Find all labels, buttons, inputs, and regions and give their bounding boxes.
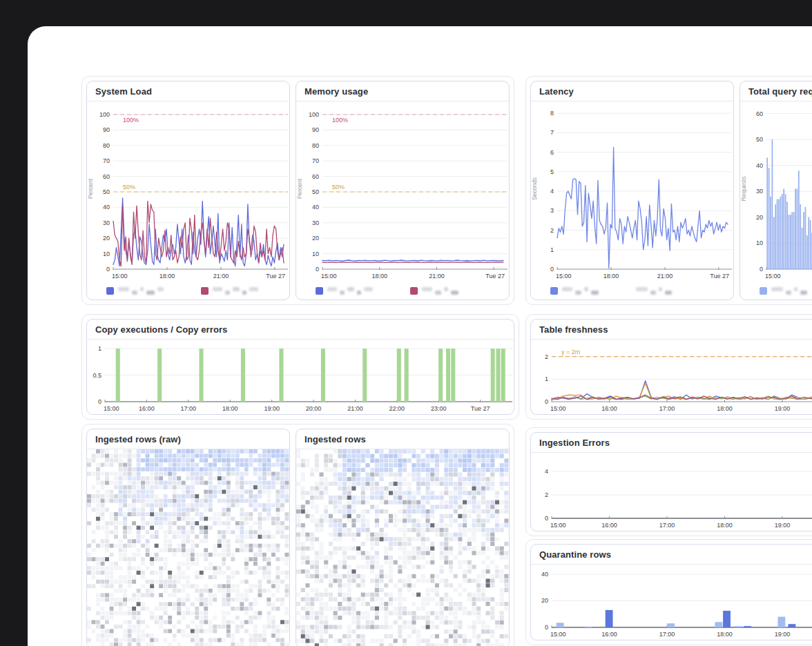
svg-text:21:00: 21:00 xyxy=(213,273,229,280)
panel-system-load: System Load 010203040506070809010015:001… xyxy=(86,81,290,300)
panel-header: Memory usage xyxy=(296,81,509,101)
legend-item[interactable] xyxy=(410,285,458,296)
redacted-text xyxy=(771,286,807,295)
svg-text:40: 40 xyxy=(103,204,110,211)
panel-title: Copy executions / Copy errors xyxy=(95,324,505,335)
svg-text:18:00: 18:00 xyxy=(603,273,619,280)
svg-text:0: 0 xyxy=(550,266,554,273)
svg-text:19:00: 19:00 xyxy=(775,405,791,412)
table-freshness-chart[interactable]: 01215:0016:0017:0018:0019:0020:0021:00y … xyxy=(531,340,812,414)
total-query-requests-chart[interactable]: 010203040506015:0018:0021:00Tue 27Reques… xyxy=(740,101,812,282)
svg-text:3: 3 xyxy=(550,207,554,214)
svg-text:70: 70 xyxy=(103,157,110,164)
svg-text:15:00: 15:00 xyxy=(765,273,781,280)
svg-text:18:00: 18:00 xyxy=(222,405,238,412)
svg-text:15:00: 15:00 xyxy=(550,631,566,638)
svg-text:0: 0 xyxy=(98,398,102,405)
svg-text:100%: 100% xyxy=(332,117,348,124)
svg-text:2: 2 xyxy=(545,491,548,498)
panel-header: Copy executions / Copy errors xyxy=(87,320,514,340)
panel-copy-executions: Copy executions / Copy errors 00.5115:00… xyxy=(86,319,514,415)
svg-text:21:00: 21:00 xyxy=(429,273,445,280)
svg-text:50: 50 xyxy=(312,188,319,195)
svg-text:17:00: 17:00 xyxy=(659,631,675,638)
latency-chart[interactable]: 01234567815:0018:0021:00Tue 27Seconds xyxy=(531,101,733,282)
svg-text:50: 50 xyxy=(103,188,110,195)
legend-item[interactable] xyxy=(316,285,373,296)
panel-title: System Load xyxy=(95,86,281,97)
svg-text:15:00: 15:00 xyxy=(104,405,119,412)
svg-text:0: 0 xyxy=(106,266,110,273)
ingested-rows-raw-heatmap[interactable] xyxy=(87,449,289,646)
svg-text:19:00: 19:00 xyxy=(264,405,280,412)
system-load-chart[interactable]: 010203040506070809010015:0018:0021:00Tue… xyxy=(87,101,289,282)
svg-text:80: 80 xyxy=(312,142,319,149)
dashboard-card: System Load 010203040506070809010015:001… xyxy=(28,26,812,646)
svg-text:18:00: 18:00 xyxy=(717,522,733,529)
svg-text:18:00: 18:00 xyxy=(717,631,733,638)
svg-text:100: 100 xyxy=(309,111,319,118)
group-system: System Load 010203040506070809010015:001… xyxy=(81,76,514,305)
svg-text:15:00: 15:00 xyxy=(556,273,572,280)
legend-item[interactable] xyxy=(636,285,672,296)
svg-text:2: 2 xyxy=(545,353,548,360)
panel-header: Ingested rows (raw) xyxy=(87,429,289,449)
svg-text:10: 10 xyxy=(103,251,110,257)
legend-item[interactable] xyxy=(550,285,599,296)
svg-text:0: 0 xyxy=(760,266,763,273)
svg-text:17:00: 17:00 xyxy=(659,522,675,529)
svg-text:6: 6 xyxy=(550,149,554,156)
svg-text:60: 60 xyxy=(103,173,110,180)
legend-swatch xyxy=(201,287,209,295)
panel-header: Table freshness xyxy=(531,320,812,340)
redacted-text xyxy=(636,286,672,295)
svg-text:15:00: 15:00 xyxy=(321,273,337,280)
legend-swatch xyxy=(316,287,323,295)
panel-header: Latency xyxy=(531,81,733,101)
panel-ingested-rows-raw: Ingested rows (raw) xyxy=(86,429,290,646)
panel-header: System Load xyxy=(87,81,289,101)
svg-text:Requests: Requests xyxy=(740,177,747,202)
svg-text:18:00: 18:00 xyxy=(160,273,175,280)
legend-item[interactable] xyxy=(760,285,807,296)
svg-text:2: 2 xyxy=(550,227,554,234)
panel-latency: Latency 01234567815:0018:0021:00Tue 27Se… xyxy=(530,81,734,300)
panel-header: Ingestion Errors xyxy=(531,433,812,453)
panel-title: Quarantine rows xyxy=(539,549,812,560)
panel-title: Ingested rows (raw) xyxy=(95,434,281,444)
svg-text:16:00: 16:00 xyxy=(139,405,155,412)
svg-text:40: 40 xyxy=(312,204,319,211)
svg-text:10: 10 xyxy=(756,239,763,246)
memory-usage-chart[interactable]: 010203040506070809010015:0018:0021:00Tue… xyxy=(296,101,509,282)
redacted-text xyxy=(118,286,164,295)
group-quarantine: Quarantine rows 0204015:0016:0017:0018:0… xyxy=(525,539,812,645)
ingestion-errors-chart[interactable]: 02415:0016:0017:0018:0019:0020:0021:00 xyxy=(531,453,812,531)
svg-text:1: 1 xyxy=(98,345,102,352)
group-copy: Copy executions / Copy errors 00.5115:00… xyxy=(81,314,519,420)
svg-text:15:00: 15:00 xyxy=(550,405,566,412)
svg-text:90: 90 xyxy=(103,126,110,133)
panel-header: Ingested rows xyxy=(296,429,509,449)
svg-text:23:00: 23:00 xyxy=(431,405,447,412)
copy-executions-chart[interactable]: 00.5115:0016:0017:0018:0019:0020:0021:00… xyxy=(87,340,514,414)
panel-total-query-requests: Total query requests 010203040506015:001… xyxy=(740,81,812,300)
svg-text:30: 30 xyxy=(312,219,319,226)
svg-text:19:00: 19:00 xyxy=(775,631,791,638)
quarantine-rows-chart[interactable]: 0204015:0016:0017:0018:0019:0020:0021:00 xyxy=(531,565,812,640)
redacted-text xyxy=(422,286,458,295)
svg-text:15:00: 15:00 xyxy=(550,522,566,529)
svg-text:16:00: 16:00 xyxy=(601,522,617,529)
svg-text:40: 40 xyxy=(756,162,763,169)
legend-item[interactable] xyxy=(201,285,258,296)
svg-text:20: 20 xyxy=(541,597,548,604)
legend-item[interactable] xyxy=(106,285,164,296)
svg-text:0: 0 xyxy=(316,266,319,273)
legend-swatch xyxy=(760,287,767,295)
svg-text:Tue 27: Tue 27 xyxy=(471,405,490,412)
svg-text:0: 0 xyxy=(545,624,548,631)
group-queries: Latency 01234567815:0018:0021:00Tue 27Se… xyxy=(525,76,812,305)
svg-text:40: 40 xyxy=(541,571,548,578)
redacted-heatmap-canvas xyxy=(296,449,509,646)
ingested-rows-heatmap[interactable] xyxy=(296,449,509,646)
panel-title: Latency xyxy=(539,86,725,97)
